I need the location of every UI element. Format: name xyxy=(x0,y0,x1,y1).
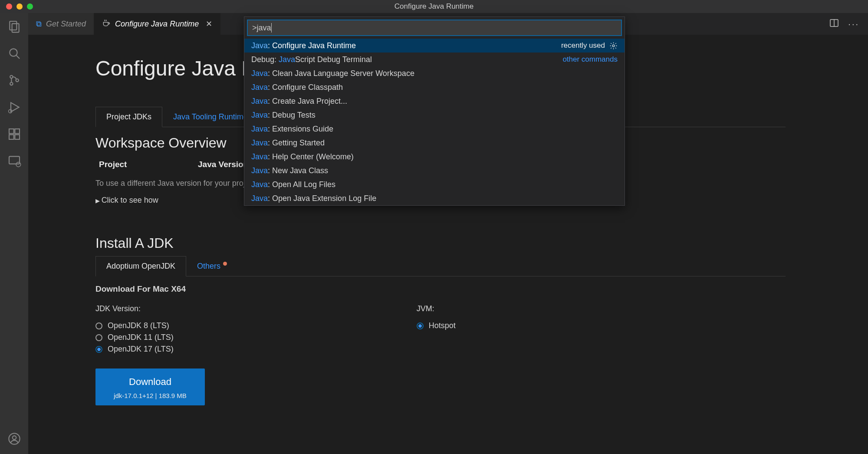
subtab-adoptium-openjdk[interactable]: Adoptium OpenJDK xyxy=(95,256,186,276)
download-button[interactable]: Download jdk-17.0.1+12 | 183.9 MB xyxy=(95,368,205,405)
minimize-window-button[interactable] xyxy=(16,3,23,10)
titlebar: Configure Java Runtime xyxy=(0,0,868,13)
svg-point-19 xyxy=(612,45,615,47)
command-palette-item[interactable]: Java: Extensions Guide xyxy=(244,122,625,136)
maximize-window-button[interactable] xyxy=(27,3,33,10)
svg-rect-11 xyxy=(15,135,20,139)
source-control-icon[interactable] xyxy=(7,73,22,88)
svg-rect-13 xyxy=(9,156,20,164)
window-title: Configure Java Runtime xyxy=(395,2,473,11)
command-palette-item[interactable]: Java: Help Center (Welcome) xyxy=(244,150,625,164)
svg-rect-0 xyxy=(10,21,16,30)
gear-icon[interactable] xyxy=(609,42,618,50)
coffee-icon xyxy=(102,19,111,30)
install-jdk-heading: Install A JDK xyxy=(95,235,868,251)
update-dot-icon xyxy=(223,262,227,266)
svg-line-3 xyxy=(16,56,19,59)
radio-icon xyxy=(95,346,102,353)
svg-rect-1 xyxy=(12,23,19,32)
extensions-icon[interactable] xyxy=(7,127,22,141)
vscode-icon: ⧉ xyxy=(36,20,42,29)
download-for-label: Download For Mac X64 xyxy=(95,284,868,294)
svg-rect-9 xyxy=(9,129,14,134)
subtab-others[interactable]: Others xyxy=(186,256,238,276)
radio-icon xyxy=(95,322,102,329)
split-editor-icon[interactable] xyxy=(829,18,839,30)
run-debug-icon[interactable] xyxy=(7,100,22,115)
download-label: Download xyxy=(100,376,201,388)
jdk-version-label: JDK Version: xyxy=(95,304,174,313)
recently-used-label: recently used xyxy=(561,41,605,50)
tab-configure-java-runtime[interactable]: Configure Java Runtime ✕ xyxy=(94,13,220,35)
close-window-button[interactable] xyxy=(6,3,12,10)
install-subtabs: Adoptium OpenJDK Others xyxy=(95,256,786,276)
svg-point-4 xyxy=(10,76,13,78)
tab-label: Get Started xyxy=(46,20,86,29)
svg-point-2 xyxy=(10,49,17,56)
svg-point-5 xyxy=(10,82,13,85)
command-palette-item[interactable]: Java: Debug Tests xyxy=(244,108,625,122)
command-palette-item[interactable]: Java: Open Java Extension Log File xyxy=(244,191,625,205)
command-palette-item[interactable]: Debug: JavaScript Debug Terminalother co… xyxy=(244,53,625,66)
command-palette-item[interactable]: Java: Create Java Project... xyxy=(244,94,625,108)
command-palette-item[interactable]: Java: Getting Started xyxy=(244,136,625,150)
radio-openjdk-17[interactable]: OpenJDK 17 (LTS) xyxy=(95,345,174,354)
radio-openjdk-11[interactable]: OpenJDK 11 (LTS) xyxy=(95,333,174,342)
radio-icon xyxy=(95,334,102,341)
svg-point-16 xyxy=(12,436,16,440)
close-tab-icon[interactable]: ✕ xyxy=(206,19,212,29)
text-caret xyxy=(271,23,272,33)
download-detail: jdk-17.0.1+12 | 183.9 MB xyxy=(100,392,201,399)
svg-rect-10 xyxy=(9,135,14,139)
tab-label: Configure Java Runtime xyxy=(115,20,199,29)
command-palette-input[interactable]: >java xyxy=(247,20,621,36)
svg-point-14 xyxy=(16,162,21,167)
more-actions-icon[interactable]: ··· xyxy=(848,19,859,29)
accounts-icon[interactable] xyxy=(7,431,22,446)
remote-explorer-icon[interactable] xyxy=(7,154,22,168)
activity-bar xyxy=(0,13,28,454)
tab-get-started[interactable]: ⧉ Get Started xyxy=(28,13,94,35)
col-java-version: Java Version xyxy=(198,160,248,169)
svg-point-6 xyxy=(16,79,18,82)
search-icon[interactable] xyxy=(7,46,22,61)
command-palette-item[interactable]: Java: Open All Log Files xyxy=(244,178,625,191)
query-text: >java xyxy=(252,23,271,33)
window-controls xyxy=(0,3,33,10)
command-palette-item[interactable]: Java: New Java Class xyxy=(244,164,625,178)
radio-icon xyxy=(417,322,424,329)
radio-openjdk-8[interactable]: OpenJDK 8 (LTS) xyxy=(95,321,174,330)
other-commands-label: other commands xyxy=(562,55,618,64)
subtab-project-jdks[interactable]: Project JDKs xyxy=(95,107,162,127)
explorer-icon[interactable] xyxy=(7,19,22,34)
command-palette: >java Java: Configure Java Runtimerecent… xyxy=(244,16,625,206)
command-palette-item[interactable]: Java: Configure Java Runtimerecently use… xyxy=(244,39,625,53)
jvm-label: JVM: xyxy=(417,304,456,313)
radio-hotspot[interactable]: Hotspot xyxy=(417,321,456,330)
command-palette-item[interactable]: Java: Clean Java Language Server Workspa… xyxy=(244,66,625,80)
col-project: Project xyxy=(99,160,198,169)
svg-rect-12 xyxy=(15,129,20,134)
command-palette-list: Java: Configure Java Runtimerecently use… xyxy=(244,39,625,205)
command-palette-item[interactable]: Java: Configure Classpath xyxy=(244,80,625,94)
